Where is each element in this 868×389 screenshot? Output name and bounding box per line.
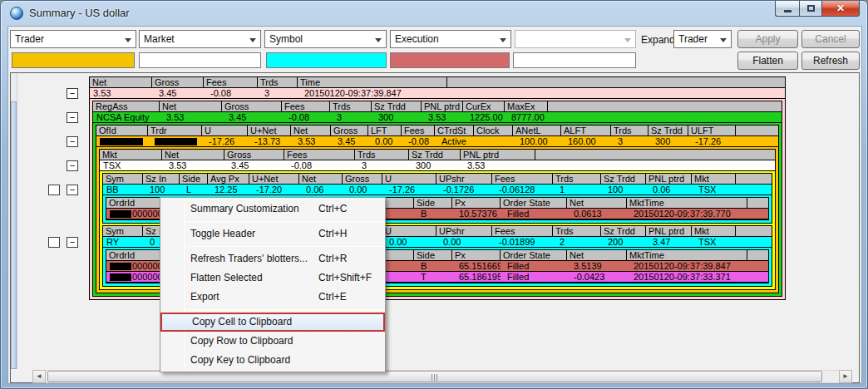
close-button[interactable]: ✕ [822, 1, 860, 17]
table-cell[interactable]: -17.26 [688, 136, 736, 146]
table-cell[interactable]: L [180, 185, 208, 194]
table-cell[interactable]: T [414, 272, 452, 282]
symbol-filter-combo[interactable]: Symbol [264, 30, 387, 48]
table-cell[interactable]: 3.47 [646, 237, 692, 247]
table-cell[interactable]: -0.01899 [492, 237, 553, 247]
table-cell[interactable]: -17.26 [382, 185, 436, 194]
menu-item-flatten-selected[interactable]: Flatten SelectedCtrl+Shift+F [160, 268, 385, 288]
flatten-button[interactable]: Flatten [737, 52, 798, 70]
table-cell[interactable]: -0.08 [282, 112, 330, 122]
table-cell[interactable]: 3.53 [90, 88, 152, 98]
table-cell[interactable]: 3.45 [222, 112, 282, 122]
table-cell[interactable]: 65.151669 [452, 261, 501, 271]
table-cell[interactable]: 1225.00 [463, 112, 505, 122]
menu-item-toggle-header[interactable]: Toggle HeaderCtrl+H [160, 224, 385, 244]
table-cell[interactable]: -0.08 [402, 136, 435, 146]
table-cell[interactable]: 0.00 [436, 237, 492, 247]
menu-item-refresh-traders-blotters[interactable]: Refresh Traders' blotters...Ctrl+R [160, 249, 385, 268]
table-cell[interactable]: Filled [501, 272, 567, 282]
menu-item-copy-key-to-clipboard[interactable]: Copy Key to Clipboard [160, 351, 385, 370]
table-cell[interactable] [474, 136, 513, 146]
region-row[interactable]: NCSA Equity3.533.45-0.0833003.531225.008… [93, 112, 782, 123]
symbol-row[interactable]: BB100L12.25-17.200.060.00-17.26-0.1726-0… [103, 185, 772, 195]
summary-row[interactable]: 3.533.45-0.08320150120-09:37:39.847 [90, 88, 785, 99]
row-checkbox[interactable] [48, 237, 60, 248]
table-cell[interactable]: 3.53 [162, 160, 224, 170]
table-cell[interactable] [148, 136, 202, 146]
expand-combo[interactable]: Trader [673, 30, 732, 48]
collapse-button[interactable]: − [67, 237, 78, 248]
menu-item-summary-customization[interactable]: Summary CustomizationCtrl+C [160, 199, 385, 219]
table-cell[interactable] [96, 136, 148, 146]
table-cell[interactable]: 20150120-09:37:39.847 [298, 88, 447, 98]
scroll-right-arrow[interactable]: ► [839, 370, 852, 383]
table-cell[interactable]: 3 [258, 88, 298, 98]
table-cell[interactable]: 3.53 [291, 136, 331, 146]
trader-row[interactable]: -17.26-13.733.533.450.00-0.08Active100.0… [96, 136, 778, 147]
table-cell[interactable]: 0.06 [299, 185, 343, 194]
table-cell[interactable]: Filled [501, 261, 567, 271]
table-cell[interactable]: 1 [553, 185, 601, 194]
table-cell[interactable]: 20150120-09:37:33.371 [627, 272, 747, 282]
table-cell[interactable]: 10.57376 [452, 209, 501, 219]
collapse-button[interactable]: − [67, 88, 78, 99]
minimize-button[interactable] [775, 1, 799, 17]
table-cell[interactable]: 3.53 [422, 112, 463, 122]
horizontal-scrollbar-thumb[interactable] [47, 371, 822, 382]
table-cell[interactable]: BB [103, 185, 143, 194]
market-row[interactable]: TSX3.533.45-0.0833003.53 [100, 160, 775, 171]
table-cell[interactable]: TSX [100, 160, 162, 170]
table-cell[interactable]: 3.45 [224, 160, 284, 170]
table-cell[interactable]: -0.08 [284, 160, 355, 170]
table-cell[interactable]: 0.00 [368, 136, 402, 146]
table-cell[interactable]: Filled [501, 209, 567, 219]
collapse-button[interactable]: − [67, 185, 78, 195]
table-cell[interactable]: 3 [355, 160, 409, 170]
horizontal-scrollbar[interactable]: ◄ ► [32, 370, 852, 383]
collapse-button[interactable]: − [67, 112, 78, 123]
menu-item-export[interactable]: ExportCtrl+E [160, 288, 385, 307]
table-cell[interactable]: -0.0423 [567, 272, 627, 282]
table-cell[interactable]: 3 [611, 136, 649, 146]
table-cell[interactable]: 3.45 [331, 136, 368, 146]
table-cell[interactable]: -0.06128 [492, 185, 553, 194]
trader-filter-combo[interactable]: Trader [10, 30, 136, 48]
table-cell[interactable]: 100.00 [513, 136, 561, 146]
table-cell[interactable]: B [414, 261, 452, 271]
table-cell[interactable]: Active [435, 136, 474, 146]
table-cell[interactable]: TSX [692, 185, 736, 194]
table-cell[interactable]: 12.25 [208, 185, 249, 194]
execution-filter-combo[interactable]: Execution [390, 30, 511, 48]
table-cell[interactable]: 20150120-09:37:39.770 [627, 209, 747, 219]
apply-button[interactable]: Apply [737, 30, 798, 48]
table-cell[interactable]: 0.0613 [567, 209, 627, 219]
table-cell[interactable]: 3.45 [152, 88, 204, 98]
table-cell[interactable]: 0.00 [343, 185, 382, 194]
table-cell[interactable]: 100 [143, 185, 180, 194]
cancel-button[interactable]: Cancel [801, 30, 860, 48]
table-cell[interactable]: -17.20 [249, 185, 299, 194]
collapse-button[interactable]: − [67, 160, 78, 171]
table-cell[interactable]: TSX [692, 237, 736, 247]
table-cell[interactable]: NCSA Equity [93, 112, 160, 122]
table-cell[interactable]: 8777.00 [505, 112, 548, 122]
table-cell[interactable]: 3.53 [461, 160, 535, 170]
vertical-scrollbar[interactable] [11, 73, 17, 369]
table-cell[interactable]: 65.186195 [452, 272, 501, 282]
table-cell[interactable]: -0.1726 [436, 185, 492, 194]
table-cell[interactable]: -17.26 [202, 136, 248, 146]
table-cell[interactable]: 2 [553, 237, 601, 247]
table-cell[interactable]: 300 [409, 160, 461, 170]
table-cell[interactable]: 160.00 [561, 136, 611, 146]
table-cell[interactable]: 100 [601, 185, 646, 194]
vertical-scrollbar-thumb[interactable] [11, 101, 17, 369]
table-cell[interactable]: 0.06 [646, 185, 692, 194]
scroll-left-arrow[interactable]: ◄ [32, 370, 46, 383]
table-cell[interactable]: 3.53 [160, 112, 222, 122]
table-cell[interactable]: 300 [649, 136, 688, 146]
menu-item-copy-cell-to-clipboard[interactable]: Copy Cell to Clipboard [160, 313, 385, 332]
table-cell[interactable]: B [414, 209, 452, 219]
title-bar[interactable]: Summary - US dollar ✕ [1, 1, 867, 26]
table-cell[interactable]: 3.5139 [567, 261, 627, 271]
maximize-button[interactable] [799, 1, 822, 17]
